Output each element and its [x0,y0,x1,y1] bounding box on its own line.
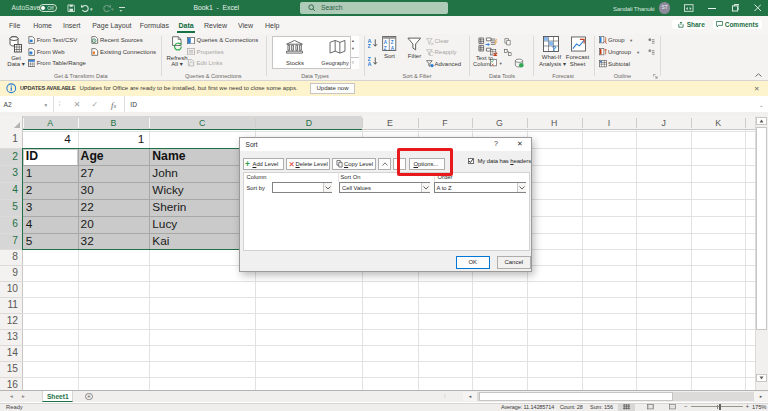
svg-text:Z: Z [368,43,372,48]
svg-text:?: ? [552,43,557,51]
svg-text:Z: Z [391,40,394,45]
svg-text:A: A [368,61,372,66]
svg-text:Z: Z [384,46,387,51]
